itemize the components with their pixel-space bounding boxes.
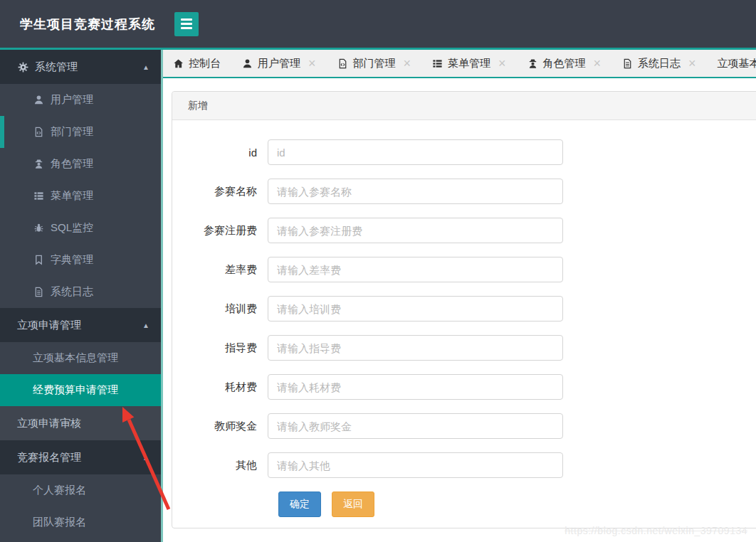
top-header-bar: 学生项目竞赛过程系统 (0, 0, 756, 48)
sidebar-item-dictionary-management[interactable]: 字典管理 (0, 244, 161, 276)
sidebar-item-label: 个人赛报名 (33, 484, 86, 497)
user-icon (33, 95, 44, 106)
form-row-registration-fee: 参赛注册费 (172, 218, 756, 243)
tab-department-management[interactable]: 部门管理 × (329, 50, 420, 77)
sidebar-item-individual-registration[interactable]: 个人赛报名 (0, 474, 161, 506)
field-label: 参赛注册费 (172, 224, 268, 238)
form-row-travel-fee: 差率费 (172, 257, 756, 282)
file-code-icon (33, 127, 44, 138)
panel-title: 新增 (172, 92, 756, 120)
tab-user-management[interactable]: 用户管理 × (233, 50, 325, 77)
sidebar-item-project-application-management[interactable]: 立项申请管理 ▲ (0, 308, 161, 342)
tab-project-basic-info[interactable]: 立项基本信息管理 (709, 50, 756, 77)
form-row-materials-fee: 耗材费 (172, 374, 756, 400)
other-field[interactable] (268, 452, 563, 478)
field-label: 其他 (172, 459, 268, 472)
sidebar-item-project-basic-info[interactable]: 立项基本信息管理 (0, 342, 161, 374)
sidebar-item-sql-monitor[interactable]: SQL监控 (0, 212, 161, 244)
sidebar-item-label: 用户管理 (51, 93, 93, 107)
sidebar-item-label: 竞赛报名管理 (17, 451, 81, 464)
sidebar-item-label: 立项申请管理 (17, 319, 81, 332)
close-icon[interactable]: × (404, 57, 411, 70)
registration-fee-field[interactable] (268, 218, 563, 243)
tab-role-management[interactable]: 角色管理 × (519, 50, 610, 77)
tab-console[interactable]: 控制台 (164, 50, 229, 77)
form-row-competition-name: 参赛名称 (172, 179, 756, 204)
confirm-button[interactable]: 确定 (278, 491, 321, 517)
training-fee-field[interactable] (268, 296, 563, 322)
form-row-other: 其他 (172, 452, 756, 478)
form-row-id: id (172, 139, 756, 165)
file-text-icon (33, 287, 44, 298)
sidebar-item-label: 立项基本信息管理 (33, 351, 118, 365)
field-label: 耗材费 (172, 381, 268, 394)
list-icon (432, 58, 443, 69)
file-code-icon (337, 58, 348, 69)
content-area: 新增 id 参赛名称 参赛注册费 差率费 (163, 78, 756, 542)
chevron-up-icon: ▲ (142, 454, 149, 462)
bug-icon (33, 223, 44, 234)
teacher-bonus-field[interactable] (268, 413, 563, 439)
sidebar-item-label: 团队赛报名 (33, 516, 86, 529)
app-title: 学生项目竞赛过程系统 (0, 16, 155, 33)
id-field[interactable] (268, 139, 563, 165)
sidebar-item-team-registration[interactable]: 团队赛报名 (0, 506, 161, 538)
field-label: 指导费 (172, 341, 268, 355)
bookmark-icon (33, 255, 44, 266)
sidebar-item-role-management[interactable]: 角色管理 (0, 148, 161, 180)
sidebar-item-label: 系统日志 (51, 285, 93, 299)
materials-fee-field[interactable] (268, 374, 563, 400)
field-label: 教师奖金 (172, 420, 268, 433)
close-icon[interactable]: × (594, 57, 602, 70)
sidebar-item-label: 部门管理 (51, 125, 93, 139)
sidebar-item-label: 字典管理 (51, 253, 93, 267)
form-row-guidance-fee: 指导费 (172, 335, 756, 361)
sidebar-item-label: 菜单管理 (51, 189, 93, 203)
gear-icon (17, 61, 28, 73)
sidebar-item-label: 立项申请审核 (17, 417, 81, 430)
close-icon[interactable]: × (498, 57, 506, 70)
sidebar-item-user-management[interactable]: 用户管理 (0, 84, 161, 116)
field-label: 差率费 (172, 263, 268, 277)
home-icon (173, 58, 184, 69)
sidebar-item-department-management[interactable]: 部门管理 (0, 116, 161, 148)
field-label: 参赛名称 (172, 185, 268, 198)
competition-name-field[interactable] (268, 179, 563, 204)
sidebar-item-menu-management[interactable]: 菜单管理 (0, 180, 161, 212)
chevron-up-icon: ▲ (142, 63, 149, 71)
add-new-form: id 参赛名称 参赛注册费 差率费 (172, 120, 756, 528)
sidebar-item-system-management[interactable]: 系统管理 ▲ (0, 50, 161, 84)
watermark-text: https://blog.csdn.net/weixin_39709134 (565, 525, 747, 536)
sidebar-item-competition-registration-management[interactable]: 竞赛报名管理 ▲ (0, 440, 161, 474)
file-text-icon (622, 58, 633, 69)
field-label: id (172, 147, 268, 159)
form-actions: 确定 返回 (172, 491, 756, 517)
sidebar-item-label: SQL监控 (51, 221, 93, 235)
guidance-fee-field[interactable] (268, 335, 563, 361)
sidebar-toggle-button[interactable] (174, 12, 199, 36)
travel-fee-field[interactable] (268, 257, 563, 282)
close-icon[interactable]: × (688, 57, 696, 70)
sidebar-nav: 系统管理 ▲ 用户管理 部门管理 角色管理 菜单管理 (0, 50, 163, 542)
form-row-training-fee: 培训费 (172, 296, 756, 322)
list-icon (33, 191, 44, 202)
tab-system-log[interactable]: 系统日志 × (614, 50, 705, 77)
field-label: 培训费 (172, 302, 268, 316)
form-row-teacher-bonus: 教师奖金 (172, 413, 756, 439)
sidebar-item-project-application-review[interactable]: 立项申请审核 (0, 406, 161, 440)
sidebar-item-system-log[interactable]: 系统日志 (0, 276, 161, 308)
open-tabs-bar: 控制台 用户管理 × 部门管理 × 菜单管理 (163, 50, 756, 78)
add-new-panel: 新增 id 参赛名称 参赛注册费 差率费 (172, 91, 756, 528)
user-icon (242, 58, 253, 69)
close-icon[interactable]: × (308, 57, 316, 70)
sidebar-item-label: 系统管理 (35, 60, 78, 74)
role-icon (33, 159, 44, 170)
back-button[interactable]: 返回 (332, 491, 374, 517)
role-icon (527, 58, 538, 69)
chevron-up-icon: ▲ (142, 322, 149, 329)
sidebar-item-budget-application[interactable]: 经费预算申请管理 (0, 374, 161, 406)
sidebar-item-label: 经费预算申请管理 (33, 383, 118, 397)
sidebar-item-label: 角色管理 (51, 157, 93, 171)
hamburger-icon (181, 18, 192, 21)
tab-menu-management[interactable]: 菜单管理 × (424, 50, 515, 77)
